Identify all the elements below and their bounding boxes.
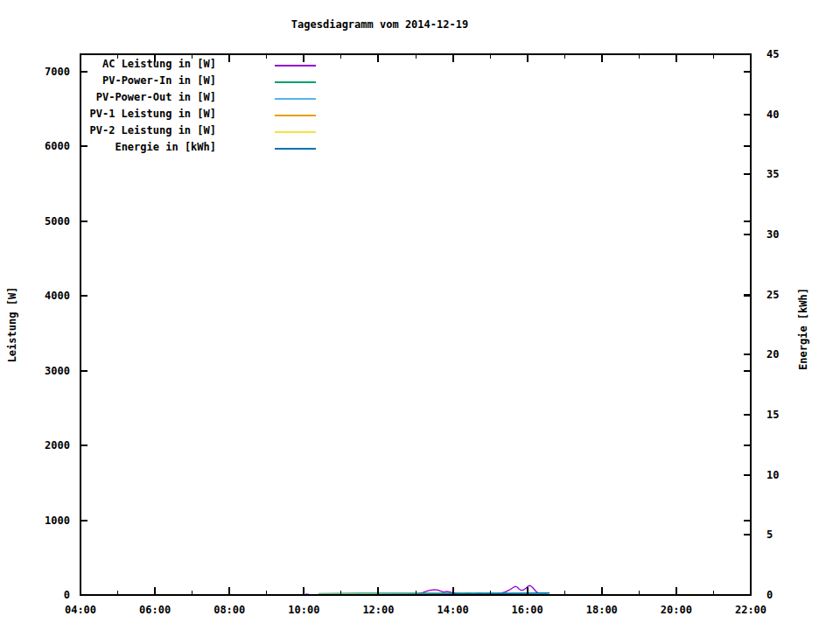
x-tick-label: 20:00 xyxy=(648,603,704,617)
x-tick-label: 12:00 xyxy=(350,603,406,617)
y2-tick-label: 20 xyxy=(766,347,819,361)
y2-tick-label: 25 xyxy=(766,288,819,302)
x-tick-label: 18:00 xyxy=(574,603,630,617)
y-tick-label: 2000 xyxy=(0,438,70,452)
legend-item-label: PV-2 Leistung in [W] xyxy=(0,123,216,137)
y2-tick-label: 10 xyxy=(766,468,819,482)
tagesdiagramm-chart: Tagesdiagramm vom 2014-12-19 Leistung [W… xyxy=(0,0,840,630)
y2-tick-label: 0 xyxy=(766,588,819,602)
x-tick-label: 04:00 xyxy=(52,603,108,617)
y2-tick-label: 30 xyxy=(766,228,819,242)
y2-tick-label: 40 xyxy=(766,108,819,122)
y-tick-label: 4000 xyxy=(0,289,70,303)
x-tick-label: 06:00 xyxy=(127,603,183,617)
legend-item-label: Energie in [kWh] xyxy=(0,140,216,154)
x-tick-label: 08:00 xyxy=(201,603,257,617)
legend-item-label: PV-1 Leistung in [W] xyxy=(0,107,216,121)
legend-item-label: PV-Power-Out in [W] xyxy=(0,90,216,104)
x-tick-label: 22:00 xyxy=(723,603,779,617)
legend-item-label: PV-Power-In in [W] xyxy=(0,74,216,88)
y-tick-label: 1000 xyxy=(0,514,70,528)
y2-tick-label: 45 xyxy=(766,47,819,61)
x-tick-label: 10:00 xyxy=(276,603,332,617)
y2-tick-label: 5 xyxy=(766,528,819,542)
y-tick-label: 3000 xyxy=(0,364,70,378)
y-tick-label: 5000 xyxy=(0,214,70,228)
x-tick-label: 16:00 xyxy=(500,603,556,617)
y-tick-label: 0 xyxy=(0,588,70,602)
y2-tick-label: 35 xyxy=(766,167,819,181)
x-tick-label: 14:00 xyxy=(425,603,481,617)
y2-tick-label: 15 xyxy=(766,408,819,422)
legend-item-label: AC Leistung in [W] xyxy=(0,57,216,71)
